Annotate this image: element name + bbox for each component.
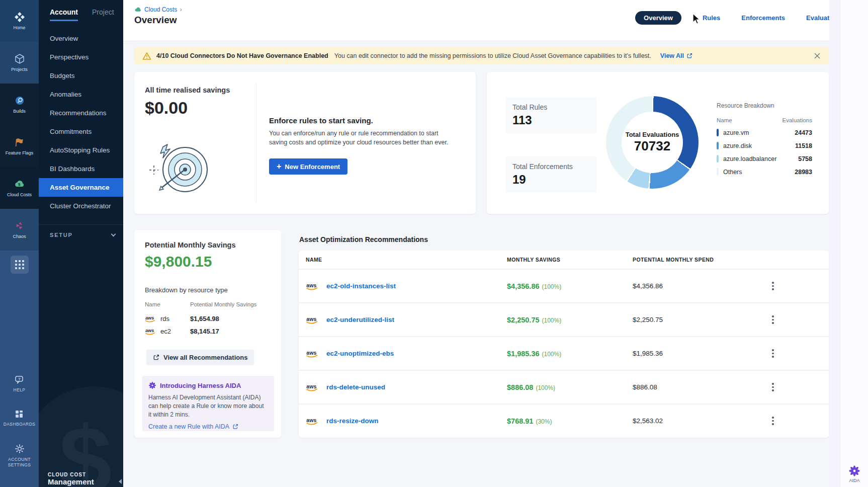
sidebar-nav-item[interactable]: BI Dashboards [39,159,123,178]
page-tab[interactable]: Enforcements [741,14,785,22]
rule-name-link[interactable]: ec2-underutilized-list [326,316,394,323]
legend-swatch [717,155,719,163]
governance-stats-card: Total Rules 113 Total Enforcements 19 To… [487,72,829,214]
breadcrumb-separator: › [180,6,182,13]
aida-promo-body: Harness AI Development Assistant (AIDA) … [148,393,268,419]
grid-icon [15,260,24,269]
sidebar-collapse-icon[interactable] [119,479,122,484]
realised-savings-amount: $0.00 [145,98,188,118]
breakdown-row: aws rds $1,654.98 [145,312,271,325]
main-content: Cloud Costs › Overview Overview Rules En… [123,0,868,487]
banner-view-all-link[interactable]: View All [660,52,692,59]
scope-tab-account[interactable]: Account [50,8,78,21]
external-link-icon [232,424,238,430]
recommendations-table-header: NAME MONTHLY SAVINGS POTENTIAL MONTHLY S… [299,251,829,269]
potential-savings-card: Potential Monthly Savings $9,800.15 Brea… [134,230,281,438]
aws-logo-icon: aws [306,315,320,324]
rail-item-cloud-costs[interactable]: $ Cloud Costs [0,167,39,209]
sidebar-nav-item[interactable]: Budgets [39,66,123,85]
rule-name-link[interactable]: ec2-old-instances-list [326,282,396,290]
help-button[interactable]: ? HELP [14,375,26,393]
svg-text:aws: aws [145,315,154,320]
legend-row: azure.vm 24473 [717,129,812,136]
plus-icon: + [277,162,281,171]
builds-icon [14,95,25,106]
recommendation-row: aws ec2-underutilized-list $2,250.75(100… [299,302,829,336]
card-divider [256,83,256,203]
rule-name-link[interactable]: rds-delete-unused [326,383,385,391]
svg-text:aws: aws [145,328,154,333]
asset-governance-overview-page: Home Projects Builds Feature Flags $ Clo… [0,0,868,487]
sidebar-nav-item[interactable]: Cluster Orchestrator [39,197,123,215]
row-menu-button[interactable] [768,313,777,326]
breadcrumb-cloud-costs-link[interactable]: Cloud Costs [144,6,177,13]
sidebar-nav-item[interactable]: Commitments [39,122,123,141]
page-tab[interactable]: Rules [703,14,720,22]
harness-home-icon [14,12,25,23]
rail-item-chaos[interactable]: Chaos [0,209,39,251]
potential-savings-amount: $9,800.15 [145,253,212,270]
aws-logo-icon: aws [145,315,157,323]
feature-flags-icon [14,137,25,148]
setup-section-toggle[interactable]: SETUP [39,224,123,238]
external-link-icon [686,53,692,59]
rule-name-link[interactable]: ec2-unoptimized-ebs [326,350,394,357]
dashboards-button[interactable]: DASHBOARDS [4,409,36,427]
sidebar-nav-item[interactable]: Perspectives [39,48,123,66]
svg-text:aws: aws [306,417,316,423]
legend-row: Others 28983 [717,168,812,176]
legend-swatch [717,168,719,176]
account-settings-button[interactable]: ACCOUNT SETTINGS [5,443,35,468]
create-rule-with-aida-link[interactable]: Create a new Rule with AIDA [148,423,268,430]
page-tabs: Overview Rules Enforcements Evaluations [635,11,843,25]
evaluations-donut: Total Evaluations 70732 [606,96,699,189]
new-enforcement-button[interactable]: + New Enforcement [269,158,348,175]
banner-close-button[interactable] [814,52,821,59]
rail-item-builds[interactable]: Builds [0,84,39,125]
row-menu-button[interactable] [768,415,777,427]
aida-flower-icon [148,381,156,389]
row-menu-button[interactable] [768,280,777,292]
page-tab[interactable]: Overview [635,11,681,25]
enforce-cta-text: You can enforce/run any rule or rule rec… [269,129,455,147]
row-menu-button[interactable] [768,381,777,393]
total-enforcements-tile: Total Enforcements 19 [505,156,597,193]
rail-item-projects[interactable]: Projects [0,42,39,84]
scope-tab-project[interactable]: Project [92,8,114,21]
sidebar-nav-item[interactable]: Asset Governance [39,178,123,197]
resource-breakdown-legend: Resource Breakdown NameEvaluations azure… [717,102,812,176]
external-link-icon [153,354,159,361]
sidebar-nav-item[interactable]: Anomalies [39,85,123,104]
module-picker-button[interactable] [11,256,29,274]
help-chat-icon: ? [14,375,25,385]
gear-icon [14,443,25,454]
realised-savings-label: All time realised savings [145,86,230,94]
page-header: Cloud Costs › Overview Overview Rules En… [123,0,868,41]
sidebar-nav-item[interactable]: Overview [39,29,123,48]
rail-item-feature-flags[interactable]: Feature Flags [0,125,39,167]
recommendation-row: aws ec2-unoptimized-ebs $1,985.36(100%) … [299,336,829,370]
aws-logo-icon: aws [306,349,320,358]
donut-center-value: 70732 [634,138,670,154]
sidebar-nav-item[interactable]: Recommendations [39,104,123,122]
legend-row: azure.loadbalancer 5758 [717,155,812,163]
breakdown-row: aws ec2 $8,145.17 [145,325,271,338]
chevron-down-icon [111,232,116,237]
aws-logo-icon: aws [306,282,320,291]
warning-icon [142,52,151,60]
governance-warning-banner: 4/10 Cloud Connectors Do Not Have Govern… [134,47,829,64]
dashboards-icon [14,409,24,419]
aida-assistant-button[interactable]: AIDA [844,465,864,483]
page-title: Overview [134,15,177,26]
donut-center-label: Total Evaluations [626,131,679,138]
svg-text:aws: aws [306,315,316,321]
rule-name-link[interactable]: rds-resize-down [326,417,379,425]
module-name: CLOUD COST Management [48,472,94,486]
rail-item-home[interactable]: Home [0,0,39,42]
close-icon [814,52,821,59]
svg-text:aws: aws [306,349,316,355]
row-menu-button[interactable] [768,347,777,360]
banner-message: You can edit connector to add the missin… [334,52,651,59]
sidebar-nav-item[interactable]: AutoStopping Rules [39,141,123,159]
view-all-recommendations-button[interactable]: View all Recommendations [146,350,254,365]
